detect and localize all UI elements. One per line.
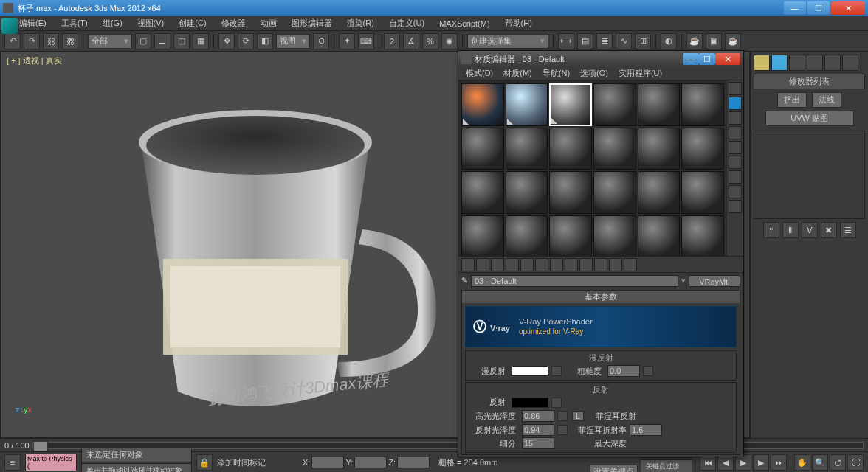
- undo-button[interactable]: ↶: [4, 33, 21, 49]
- basic-params-rollout[interactable]: 基本参数: [462, 291, 740, 303]
- me-close-button[interactable]: ✕: [715, 53, 740, 65]
- minimize-button[interactable]: —: [784, 1, 806, 15]
- remove-modifier-button[interactable]: ✖: [821, 222, 837, 238]
- me-minimize-button[interactable]: —: [683, 53, 699, 65]
- utilities-tab[interactable]: [842, 55, 858, 71]
- material-slot-15[interactable]: [549, 171, 592, 214]
- make-unique-button[interactable]: ∀: [802, 222, 818, 238]
- rendered-frame-button[interactable]: ▣: [706, 33, 722, 49]
- orbit-button[interactable]: ⭯: [830, 454, 846, 471]
- material-slot-3[interactable]: [549, 83, 592, 126]
- pick-material-icon[interactable]: ✎: [461, 276, 468, 285]
- material-editor-button[interactable]: ◐: [661, 33, 677, 49]
- spinner-snap-button[interactable]: ◉: [441, 33, 458, 49]
- menu-modifiers[interactable]: 修改器: [217, 16, 250, 30]
- maxscript-mini-button[interactable]: ≡: [4, 454, 21, 471]
- layer-button[interactable]: ≣: [596, 33, 613, 49]
- manipulate-button[interactable]: ✦: [339, 33, 355, 49]
- modifier-stack[interactable]: [754, 131, 865, 219]
- keyboard-shortcut-button[interactable]: ⌨: [358, 33, 374, 49]
- snap-angle-button[interactable]: ∡: [403, 33, 419, 49]
- uvw-map-button[interactable]: UVW 贴图: [765, 111, 854, 126]
- material-slot-6[interactable]: [681, 83, 724, 126]
- material-slot-21[interactable]: [549, 215, 592, 256]
- mirror-button[interactable]: ⟷: [558, 33, 574, 49]
- snap-2d-button[interactable]: 2: [384, 33, 400, 49]
- scene-object-cup[interactable]: [89, 97, 458, 428]
- motion-tab[interactable]: [807, 55, 823, 71]
- create-tab[interactable]: [754, 55, 770, 71]
- reflgloss-map-button[interactable]: [557, 425, 568, 435]
- normals-button[interactable]: 法线: [812, 92, 841, 108]
- menu-customize[interactable]: 自定义(U): [385, 16, 429, 30]
- zoom-button[interactable]: 🔍: [812, 454, 828, 471]
- material-slot-8[interactable]: [506, 128, 548, 170]
- material-slot-22[interactable]: [593, 215, 636, 256]
- backlight-button[interactable]: [728, 97, 742, 110]
- fresnel-checkbox-label[interactable]: 菲涅耳反射: [596, 411, 636, 422]
- material-slot-5[interactable]: [638, 83, 681, 126]
- hilight-spinner[interactable]: 0.86: [522, 410, 554, 422]
- link-button[interactable]: ⛓: [43, 33, 59, 49]
- put-to-scene-button[interactable]: [476, 258, 489, 271]
- select-by-material-button[interactable]: [728, 185, 742, 198]
- next-frame-button[interactable]: ▶: [753, 454, 769, 471]
- me-maximize-button[interactable]: ☐: [699, 53, 715, 65]
- material-editor-titlebar[interactable]: 材质编辑器 - 03 - Default — ☐ ✕: [458, 51, 743, 67]
- material-slot-14[interactable]: [506, 171, 548, 214]
- close-button[interactable]: ✕: [831, 1, 865, 15]
- select-name-button[interactable]: ☰: [154, 33, 170, 49]
- material-slot-19[interactable]: [461, 215, 504, 256]
- go-to-parent-button[interactable]: [609, 258, 622, 271]
- key-filters-button[interactable]: 关键点过滤器...: [641, 459, 692, 472]
- material-type-button[interactable]: VRayMtl: [689, 275, 740, 287]
- render-setup-button[interactable]: ☕: [686, 33, 703, 49]
- show-end-result-mat-button[interactable]: [594, 258, 607, 271]
- material-id-button[interactable]: [565, 258, 578, 271]
- go-forward-button[interactable]: [624, 258, 637, 271]
- fresnel-ior-spinner[interactable]: 1.6: [630, 424, 662, 436]
- select-button[interactable]: ▢: [135, 33, 151, 49]
- material-slot-24[interactable]: [681, 215, 724, 256]
- select-region-button[interactable]: ◫: [173, 33, 190, 49]
- material-name-input[interactable]: [471, 275, 678, 287]
- app-menu-button[interactable]: [1, 18, 18, 34]
- diffuse-map-button[interactable]: [551, 366, 562, 376]
- x-input[interactable]: [311, 457, 344, 468]
- pivot-button[interactable]: ⊙: [313, 33, 329, 49]
- pin-stack-button[interactable]: ⫯: [763, 222, 779, 238]
- align-button[interactable]: ▤: [577, 33, 593, 49]
- menu-help[interactable]: 帮助(H): [500, 16, 537, 30]
- unlink-button[interactable]: ⛓̸: [62, 33, 78, 49]
- reset-map-button[interactable]: [506, 258, 519, 271]
- snap-percent-button[interactable]: %: [422, 33, 438, 49]
- maximize-button[interactable]: ☐: [807, 1, 830, 15]
- subdiv-spinner[interactable]: 15: [522, 437, 554, 449]
- material-slot-17[interactable]: [638, 171, 681, 214]
- extrude-button[interactable]: 挤出: [777, 92, 807, 108]
- reflgloss-spinner[interactable]: 0.94: [522, 424, 554, 436]
- redo-button[interactable]: ↷: [24, 33, 40, 49]
- material-slot-7[interactable]: [461, 128, 504, 170]
- roughness-spinner[interactable]: 0.0: [607, 365, 640, 377]
- y-input[interactable]: [354, 457, 387, 468]
- window-crossing-button[interactable]: ▦: [193, 33, 209, 49]
- material-slot-18[interactable]: [681, 171, 724, 214]
- material-slot-16[interactable]: [593, 171, 636, 214]
- assign-to-selection-button[interactable]: [491, 258, 504, 271]
- menu-rendering[interactable]: 渲染(R): [342, 16, 379, 30]
- move-button[interactable]: ✥: [218, 33, 235, 49]
- material-slot-11[interactable]: [638, 128, 681, 170]
- material-slot-4[interactable]: [593, 83, 636, 126]
- me-menu-navigation[interactable]: 导航(N): [540, 67, 573, 80]
- put-to-library-button[interactable]: [550, 258, 563, 271]
- ref-coord-system[interactable]: 视图▾: [276, 34, 310, 49]
- material-slot-9[interactable]: [549, 128, 592, 170]
- me-menu-material[interactable]: 材质(M): [500, 67, 535, 80]
- me-menu-modes[interactable]: 模式(D): [463, 67, 496, 80]
- selection-filter[interactable]: 全部▾: [88, 34, 132, 49]
- lock-selection-button[interactable]: 🔒: [196, 454, 213, 471]
- render-button[interactable]: ☕: [725, 33, 741, 49]
- background-button[interactable]: [728, 111, 742, 125]
- menu-group[interactable]: 组(G): [98, 16, 127, 30]
